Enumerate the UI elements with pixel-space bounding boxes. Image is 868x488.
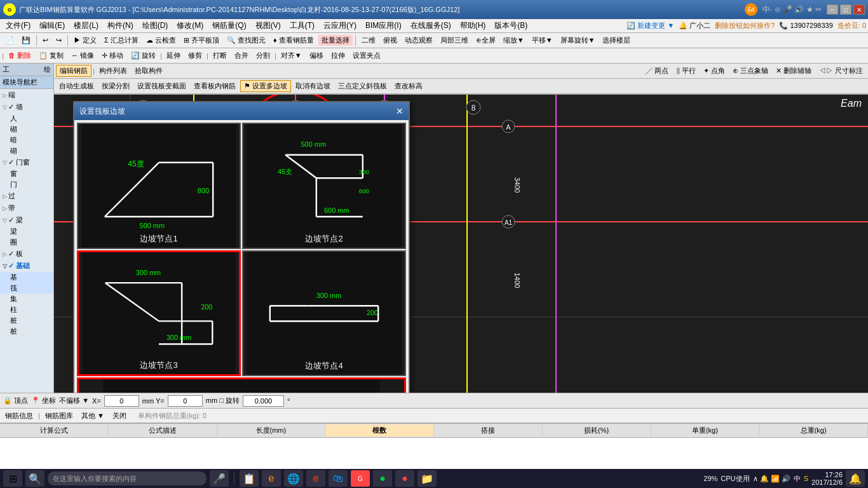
taskbar-glodon[interactable]: G [351,470,370,487]
taskbar-lang[interactable]: 中 [794,474,801,484]
nav-group-wall[interactable]: ▽✓ 墙 [0,101,53,113]
tb-2d[interactable]: 二维 [358,35,379,46]
tb-local3d[interactable]: 局部三维 [437,35,471,46]
taskbar-store[interactable]: 🛍 [329,470,348,487]
tb-edit-mod[interactable]: 偏移 [306,50,327,61]
menu-tools[interactable]: 工具(T) [286,19,318,32]
tb-trim[interactable]: 修剪 [185,50,205,61]
nav-item-ring-beam[interactable]: 圈 [0,237,53,248]
close-button[interactable]: ✕ [853,4,865,15]
tb-three-point-slab[interactable]: 三点定义斜筏板 [335,81,390,92]
tb-move[interactable]: ✛ 移动 [98,50,126,61]
tb-view-rebar[interactable]: ♦ 查看钢筋量 [270,35,317,46]
menu-floor[interactable]: 楼层(L) [70,19,102,32]
taskbar-green-icon[interactable]: ● [373,470,392,487]
nav-item-暗[interactable]: 暗 [0,135,53,146]
nav-item-pile2[interactable]: 桩 [0,326,53,337]
menu-modify[interactable]: 修改(M) [173,19,207,32]
tb-copy[interactable]: 📋 复制 [36,50,67,61]
x-input[interactable] [104,395,139,407]
nav-item-pile1[interactable]: 桩 [0,315,53,326]
tb-cloud-check[interactable]: ☁ 云检查 [143,35,179,46]
dialog-close-icon[interactable]: ✕ [396,106,403,116]
nav-group-slab[interactable]: ▷✓ 板 [0,248,53,260]
tb-redo[interactable]: ↪ [53,36,65,45]
taskbar-search-box[interactable]: 在这里输入你要搜索的内容 [48,471,207,485]
menu-rebar[interactable]: 钢筋量(Q) [208,19,250,32]
menu-version[interactable]: 版本号(B) [491,19,531,32]
tb-component-list[interactable]: 构件列表 [96,65,130,76]
tb-set-slope[interactable]: ⚑ 设置多边坡 [240,80,291,92]
tb-pull[interactable]: 拉伸 [328,50,348,61]
no-offset[interactable]: 不偏移 ▼ [59,396,89,405]
tb-align[interactable]: 对齐▼ [278,50,305,61]
menu-edit[interactable]: 编辑(E) [36,19,69,32]
slope-node-1[interactable]: 45度 500 mm 800 [77,123,241,249]
menu-cloud[interactable]: 云应用(Y) [320,19,360,32]
tb-pick-component[interactable]: 拾取构件 [132,65,166,76]
tb-sigma[interactable]: Σ 汇总计算 [101,35,142,46]
slope-node-3-large[interactable]: m [77,377,406,393]
menu-help[interactable]: 帮助(H) [456,19,490,32]
nav-item-column[interactable]: 柱 [0,304,53,315]
tb-edit-rebar[interactable]: 编辑钢筋 [56,65,92,77]
tb-new[interactable]: 📄 [2,36,17,45]
snap-vertex[interactable]: 🔒 顶点 [3,396,28,405]
taskbar-notification[interactable]: 🔔 [846,470,865,487]
taskbar-ie[interactable]: e [262,470,281,487]
help-link[interactable]: 删除按钮如何操作? [715,21,775,30]
tb-flatten[interactable]: ⊞ 齐平板顶 [180,35,222,46]
tb-set-section[interactable]: 设置筏板变截面 [134,81,189,92]
snap-coord[interactable]: 📍 坐标 [31,396,56,405]
slope-node-3[interactable]: 300 mm [77,250,241,377]
tb-zoom-out[interactable]: 缩放▼ [500,35,527,46]
menu-view[interactable]: 视图(V) [252,19,285,32]
tab-rebar-info[interactable]: 钢筋信息 [2,410,36,421]
tb-view-elevation[interactable]: 查改标高 [391,81,426,92]
tb-view-plate-rebar[interactable]: 查看板内钢筋 [191,81,239,92]
slope-node-2[interactable]: 500 mm 300 600 45支 [242,123,406,249]
guangxiao-btn[interactable]: 🔔 广小二 [679,21,710,30]
taskbar-cortana[interactable]: 🔍 [25,470,44,487]
tb-pan[interactable]: 平移▼ [529,35,556,46]
tb-dynamic[interactable]: 动态观察 [402,35,436,46]
nav-item-raft[interactable]: 筏 [0,283,53,294]
menu-file[interactable]: 文件(F) [2,19,34,32]
nav-group-end[interactable]: ▷端 [0,89,53,101]
tb-cancel-slope[interactable]: 取消有边坡 [292,81,334,92]
tb-dim[interactable]: ◁▷ 尺寸标注 [816,65,866,76]
taskbar-mic[interactable]: 🎤 [210,470,229,487]
nav-item-personnel[interactable]: 人 [0,113,53,124]
taskbar-ie2[interactable]: 🌐 [284,470,303,487]
tb-twopoint[interactable]: ╱ 两点 [642,65,672,76]
tb-three-axis[interactable]: ⊕ 三点象轴 [729,65,771,76]
tb-select-layer[interactable]: 选择楼层 [599,35,634,46]
rotate-input[interactable] [243,395,284,407]
nav-item-pile-cap[interactable]: 集 [0,294,53,304]
tb-split-beam[interactable]: 按梁分割 [98,81,133,92]
tb-parallel[interactable]: ∥ 平行 [673,65,699,76]
taskbar-ime[interactable]: S [804,475,808,482]
tb-save[interactable]: 💾 [18,36,34,45]
menu-online[interactable]: 在线服务(S) [407,19,455,32]
tb-mirror[interactable]: ↔ 镜像 [68,50,97,61]
tb-fullscreen[interactable]: ⊕全屏 [473,35,499,46]
tb-find-element[interactable]: 🔍 查找图元 [224,35,269,46]
taskbar-start[interactable]: ⊞ [3,470,22,487]
tb-delete[interactable]: 🗑 删除 [5,50,34,61]
nav-group-foundation[interactable]: ▽✓ 基础 [0,260,53,272]
tb-merge[interactable]: 合并 [231,50,252,61]
tb-point-angle[interactable]: ✦ 点角 [700,65,728,76]
tb-screen-rotate[interactable]: 屏幕旋转▼ [557,35,599,46]
y-input[interactable] [168,395,203,407]
nav-item-door[interactable]: 门 [0,179,53,190]
menu-draw[interactable]: 绘图(D) [139,19,172,32]
tab-close[interactable]: 关闭 [109,410,130,421]
tab-other[interactable]: 其他 ▼ [78,410,107,421]
maximize-button[interactable]: □ [840,4,851,15]
tb-auto-gen[interactable]: 自动生成板 [56,81,97,92]
nav-item-beam1[interactable]: 梁 [0,226,53,237]
nav-group-over[interactable]: ▷过 [0,190,53,202]
tab-rebar-library[interactable]: 钢筋图库 [42,410,76,421]
tb-define[interactable]: ▶ 定义 [71,35,100,46]
